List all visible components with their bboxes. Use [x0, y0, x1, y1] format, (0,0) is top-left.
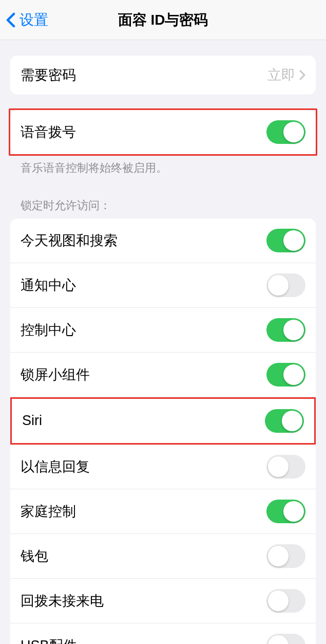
toggle-knob: [283, 501, 304, 522]
locked-access-row-control-center: 控制中心: [10, 308, 316, 353]
voice-dial-highlight: 语音拨号: [9, 108, 317, 156]
locked-access-row-today-search: 今天视图和搜索: [10, 218, 316, 263]
locked-access-label-notification-center: 通知中心: [21, 276, 76, 295]
toggle-knob: [282, 411, 302, 431]
voice-dial-footer: 音乐语音控制将始终被启用。: [10, 154, 316, 182]
toggle-knob: [283, 122, 304, 142]
locked-access-row-siri: Siri: [12, 399, 314, 443]
siri-highlight: Siri: [10, 397, 316, 445]
require-passcode-value: 立即: [267, 66, 295, 84]
require-passcode-value-wrap: 立即: [267, 66, 305, 84]
locked-access-label-home-control: 家庭控制: [21, 502, 76, 521]
locked-access-header: 锁定时允许访问：: [10, 182, 316, 218]
toggle-home-control[interactable]: [266, 500, 305, 523]
page-title: 面容 ID与密码: [118, 10, 208, 30]
locked-access-label-lock-widgets: 锁屏小组件: [21, 365, 90, 384]
toggle-return-missed[interactable]: [266, 589, 305, 613]
toggle-siri[interactable]: [265, 409, 304, 433]
chevron-left-icon: [6, 12, 15, 28]
locked-access-label-wallet: 钱包: [21, 547, 48, 565]
toggle-knob: [268, 546, 289, 566]
locked-access-group: 今天视图和搜索通知中心控制中心锁屏小组件Siri以信息回复家庭控制钱包回拨未接来…: [10, 218, 316, 644]
locked-access-row-notification-center: 通知中心: [10, 263, 316, 308]
toggle-usb-accessories[interactable]: [266, 634, 305, 644]
toggle-today-search[interactable]: [266, 229, 305, 252]
toggle-knob: [283, 230, 304, 251]
require-passcode-group: 需要密码 立即: [10, 56, 316, 95]
locked-access-label-siri: Siri: [22, 413, 42, 429]
toggle-lock-widgets[interactable]: [266, 363, 305, 387]
toggle-knob: [268, 635, 289, 644]
locked-access-row-home-control: 家庭控制: [10, 489, 316, 534]
toggle-notification-center[interactable]: [266, 273, 305, 297]
locked-access-label-reply-message: 以信息回复: [21, 457, 90, 476]
voice-dial-row: 语音拨号: [10, 110, 316, 154]
locked-access-label-today-search: 今天视图和搜索: [21, 231, 118, 250]
voice-dial-group: 语音拨号: [10, 110, 316, 154]
toggle-control-center[interactable]: [266, 318, 305, 342]
nav-header: 设置 面容 ID与密码: [0, 0, 326, 40]
locked-access-row-usb-accessories: USB配件: [10, 623, 316, 644]
toggle-knob: [268, 275, 289, 296]
toggle-knob: [268, 456, 289, 477]
back-button[interactable]: 设置: [0, 10, 48, 30]
voice-dial-toggle[interactable]: [266, 120, 305, 144]
locked-access-label-usb-accessories: USB配件: [21, 636, 77, 644]
locked-access-row-lock-widgets: 锁屏小组件: [10, 353, 316, 397]
locked-access-row-reply-message: 以信息回复: [10, 445, 316, 489]
toggle-wallet[interactable]: [266, 544, 305, 568]
require-passcode-row[interactable]: 需要密码 立即: [10, 56, 316, 95]
locked-access-row-wallet: 钱包: [10, 534, 316, 579]
toggle-knob: [283, 320, 304, 340]
toggle-knob: [283, 364, 304, 385]
locked-access-label-control-center: 控制中心: [21, 321, 76, 339]
voice-dial-label: 语音拨号: [21, 123, 76, 141]
require-passcode-label: 需要密码: [21, 66, 76, 84]
toggle-knob: [268, 591, 289, 611]
locked-access-row-return-missed: 回拨未接来电: [10, 579, 316, 623]
locked-access-label-return-missed: 回拨未接来电: [21, 592, 104, 610]
chevron-right-icon: [299, 70, 305, 80]
toggle-reply-message[interactable]: [266, 455, 305, 479]
back-label: 设置: [20, 10, 48, 30]
